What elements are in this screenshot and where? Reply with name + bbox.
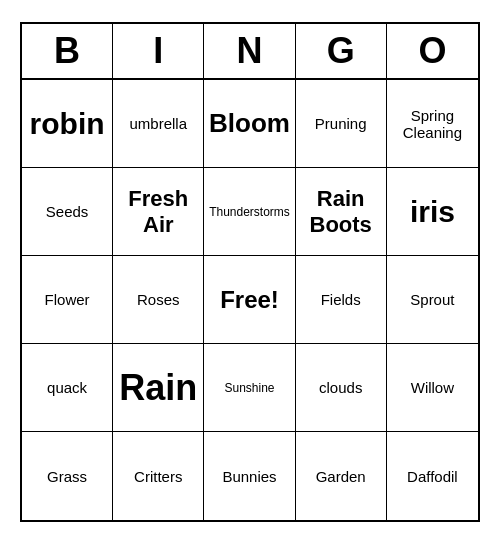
bingo-cell-11: Roses	[113, 256, 204, 344]
bingo-cell-21: Critters	[113, 432, 204, 520]
bingo-cell-12: Free!	[204, 256, 295, 344]
bingo-cell-0: robin	[22, 80, 113, 168]
bingo-header: BINGO	[22, 24, 478, 80]
bingo-cell-18: clouds	[296, 344, 387, 432]
bingo-cell-20: Grass	[22, 432, 113, 520]
bingo-cell-6: Fresh Air	[113, 168, 204, 256]
header-letter-b: B	[22, 24, 113, 78]
bingo-cell-13: Fields	[296, 256, 387, 344]
bingo-cell-3: Pruning	[296, 80, 387, 168]
bingo-cell-9: iris	[387, 168, 478, 256]
header-letter-n: N	[204, 24, 295, 78]
bingo-cell-1: umbrella	[113, 80, 204, 168]
header-letter-i: I	[113, 24, 204, 78]
bingo-grid: robinumbrellaBloomPruningSpring Cleaning…	[22, 80, 478, 520]
bingo-cell-17: Sunshine	[204, 344, 295, 432]
bingo-cell-14: Sprout	[387, 256, 478, 344]
header-letter-o: O	[387, 24, 478, 78]
bingo-card: BINGO robinumbrellaBloomPruningSpring Cl…	[20, 22, 480, 522]
bingo-cell-4: Spring Cleaning	[387, 80, 478, 168]
bingo-cell-22: Bunnies	[204, 432, 295, 520]
bingo-cell-7: Thunderstorms	[204, 168, 295, 256]
bingo-cell-24: Daffodil	[387, 432, 478, 520]
bingo-cell-23: Garden	[296, 432, 387, 520]
bingo-cell-19: Willow	[387, 344, 478, 432]
bingo-cell-15: quack	[22, 344, 113, 432]
bingo-cell-2: Bloom	[204, 80, 295, 168]
bingo-cell-8: Rain Boots	[296, 168, 387, 256]
bingo-cell-10: Flower	[22, 256, 113, 344]
bingo-cell-5: Seeds	[22, 168, 113, 256]
header-letter-g: G	[296, 24, 387, 78]
bingo-cell-16: Rain	[113, 344, 204, 432]
